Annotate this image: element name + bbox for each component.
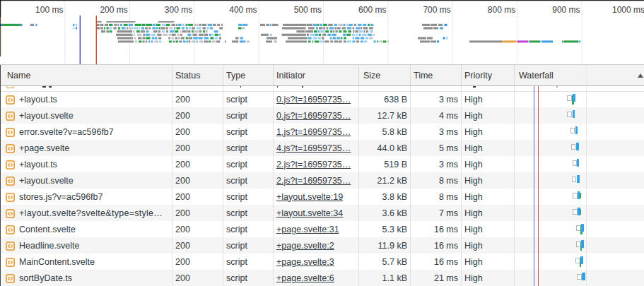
svg-text:100 ms: 100 ms <box>35 5 63 15</box>
svg-text:400 ms: 400 ms <box>229 5 257 15</box>
svg-text:300 ms: 300 ms <box>165 5 192 15</box>
svg-text:700 ms: 700 ms <box>423 5 450 15</box>
svg-text:500 ms: 500 ms <box>294 5 322 15</box>
svg-text:600 ms: 600 ms <box>358 5 386 15</box>
svg-text:900 ms: 900 ms <box>552 5 580 15</box>
svg-text:200 ms: 200 ms <box>100 5 127 15</box>
svg-text:1000 ms: 1000 ms <box>612 5 644 15</box>
svg-text:800 ms: 800 ms <box>488 5 515 15</box>
